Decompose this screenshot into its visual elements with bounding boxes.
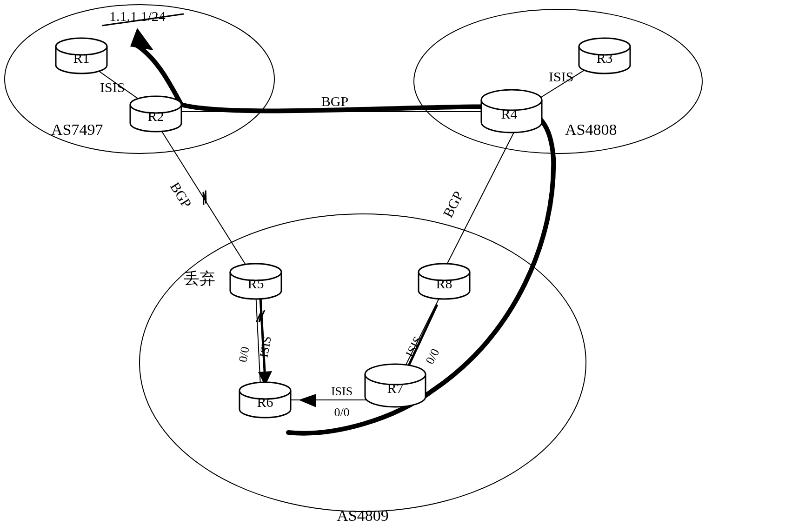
link-label-r5r6-p: ISIS (257, 335, 274, 359)
label-r3: R3 (596, 50, 612, 66)
flow-arrowhead (130, 28, 153, 50)
label-as1: AS7497 (51, 121, 103, 138)
link-label-r1r2: ISIS (100, 80, 125, 95)
network-diagram: R1 R2 R3 R4 R5 R6 R7 R8 AS7497 AS4808 AS… (0, 0, 805, 532)
link-label-r7r6-p: ISIS (331, 385, 353, 398)
label-as3: AS4809 (337, 507, 388, 524)
label-r5: R5 (247, 276, 264, 291)
link-label-r2r5: BGP (167, 180, 195, 211)
link-label-r3r4: ISIS (549, 69, 573, 84)
label-r8: R8 (436, 276, 452, 291)
link-label-r4r8: BGP (440, 189, 466, 220)
link-label-r5r6-r: 0/0 (236, 346, 252, 363)
label-as2: AS4808 (565, 121, 617, 138)
link-label-r2r4: BGP (321, 93, 348, 109)
link-label-r7r6-r: 0/0 (334, 406, 349, 419)
label-r7: R7 (387, 380, 403, 396)
label-r1: R1 (73, 50, 89, 66)
annotation-addr: 1.1.1.1/24 (109, 8, 166, 24)
label-r6: R6 (257, 394, 273, 410)
arrow-r7-r6-head (299, 394, 316, 407)
link-label-r8r7-r: 0/0 (423, 346, 442, 366)
as-ellipse-1 (5, 5, 274, 153)
label-r4: R4 (501, 106, 517, 121)
annotation-discard: 丢弃 (184, 270, 215, 287)
label-r2: R2 (147, 108, 164, 124)
as-ellipse-3 (140, 214, 586, 512)
